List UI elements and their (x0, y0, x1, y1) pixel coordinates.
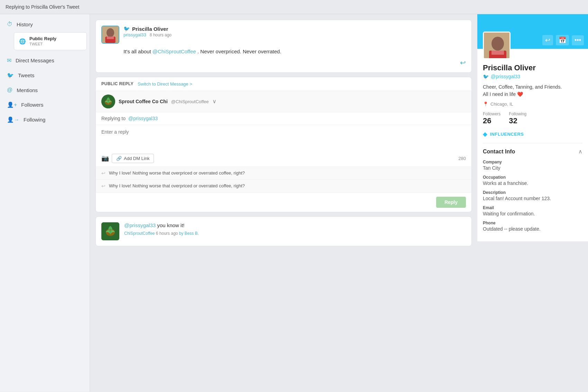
sidebar-direct-messages-label: Direct Messages (16, 57, 54, 63)
reply-action-button[interactable]: ↩ (542, 35, 553, 45)
sprout-avatar-second (101, 222, 119, 240)
calendar-action-button[interactable]: 📅 (556, 35, 569, 45)
reply-btn-row: Reply (96, 192, 471, 212)
influencers-badge: ◆ INFLUENCERS (483, 131, 582, 137)
suggestion-arrow-2: ↩ (101, 183, 105, 189)
reply-card: PUBLIC REPLY Switch to Direct Message > … (95, 77, 472, 212)
svg-rect-11 (491, 51, 504, 55)
more-action-button[interactable]: ••• (572, 35, 584, 45)
reply-account-info: Sprout Coffee Co Chi @ChiSproutCoffee (119, 99, 209, 104)
profile-avatar-wrap (483, 32, 511, 59)
second-tweet-handle[interactable]: ChiSproutCoffee (124, 231, 155, 236)
suggestion-text-2: Why I love! Nothing worse that overprice… (109, 183, 245, 188)
second-tweet-meta: ChiSproutCoffee 6 hours ago by Bess B. (124, 231, 466, 236)
svg-point-1 (107, 28, 114, 37)
sidebar-mentions-label: Mentions (17, 87, 38, 93)
description-value: Local fan! Account number 123. (483, 196, 582, 201)
chevron-down-icon[interactable]: ∨ (212, 98, 217, 105)
second-tweet-body: @prissygal33 you know it! (124, 222, 466, 228)
sidebar-item-history[interactable]: ⏱ History (0, 17, 90, 32)
reply-account-handle: @ChiSproutCoffee (171, 99, 209, 104)
reply-button[interactable]: Reply (436, 197, 466, 208)
right-panel: ↩ 📅 ••• Priscilla Oliver 🐦 @prissygal33 … (477, 14, 588, 392)
reply-account-row[interactable]: Sprout Coffee Co Chi @ChiSproutCoffee ∨ (96, 91, 471, 112)
profile-body: Priscilla Oliver 🐦 @prissygal33 Cheer, C… (477, 49, 588, 241)
sidebar-item-tweets[interactable]: 🐦 Tweets (0, 68, 90, 83)
sidebar-following-label: Following (24, 117, 45, 123)
profile-bio: Cheer, Coffee, Tanning, and Friends. All… (483, 83, 582, 98)
contact-phone-field: Phone Outdated -- please update. (483, 221, 582, 232)
company-value: Tan City (483, 165, 582, 171)
tweet-avatar (101, 26, 119, 44)
link-icon: 🔗 (116, 156, 122, 161)
main-content: 🐦 Priscilla Oliver prissygal33 8 hours a… (90, 14, 477, 392)
reply-label: PUBLIC REPLY (101, 81, 134, 86)
contact-chevron-icon[interactable]: ∧ (578, 148, 582, 155)
tweet-icon: 🐦 (7, 72, 14, 79)
sidebar-item-followers[interactable]: 👤+ Followers (0, 97, 90, 112)
second-tweet-time: 6 hours ago (156, 231, 178, 236)
reply-actions: 📷 🔗 Add DM Link 280 (96, 151, 471, 167)
followers-stat: Followers 26 (483, 112, 500, 125)
at-icon: @ (7, 87, 12, 93)
second-tweet-mention[interactable]: @prissygal33 (124, 222, 156, 228)
reply-to-line: Replying to @prissygal33 (96, 112, 471, 125)
profile-handle-row: 🐦 @prissygal33 (483, 74, 582, 79)
second-tweet-avatar (101, 222, 119, 240)
char-count: 280 (458, 156, 466, 161)
tweet-mention[interactable]: @ChiSproutCoffee (153, 48, 196, 54)
occupation-label: Occupation (483, 175, 582, 180)
sidebar: ⏱ History 🌐 Public Reply TWEET ✉ Direct … (0, 14, 90, 392)
location-icon: 📍 (483, 101, 488, 107)
profile-actions: ↩ 📅 ••• (542, 35, 584, 45)
envelope-icon: ✉ (7, 57, 11, 64)
reply-textarea-area (96, 125, 471, 151)
sidebar-tweets-label: Tweets (18, 72, 35, 78)
profile-location: 📍 Chicago, IL (483, 101, 582, 107)
add-dm-link-button[interactable]: 🔗 Add DM Link (112, 154, 154, 163)
top-bar: Replying to Priscilla Oliver's Tweet (0, 0, 588, 14)
contact-header: Contact Info ∧ (483, 148, 582, 155)
tweet-time: 8 hours ago (150, 33, 172, 37)
occupation-value: Works at a franchise. (483, 180, 582, 186)
switch-to-dm-link[interactable]: Switch to Direct Message > (138, 81, 192, 87)
tweet-user-name: 🐦 Priscilla Oliver (123, 26, 466, 32)
contact-title: Contact Info (483, 149, 515, 155)
tweet-handle[interactable]: prissygal33 (123, 32, 146, 37)
description-label: Description (483, 190, 582, 195)
globe-icon: 🌐 (19, 38, 26, 45)
company-label: Company (483, 160, 582, 164)
tweet-avatar-placeholder (102, 26, 119, 43)
second-tweet-content: @prissygal33 you know it! ChiSproutCoffe… (124, 222, 466, 240)
tweet-handle-time: prissygal33 8 hours ago (123, 32, 466, 37)
sprout-avatar-svg (101, 95, 115, 108)
tweet-header: 🐦 Priscilla Oliver prissygal33 8 hours a… (101, 26, 466, 44)
sidebar-history-tweet-item[interactable]: 🌐 Public Reply TWEET (14, 32, 87, 50)
history-item-label: Public Reply TWEET (29, 36, 56, 46)
sidebar-item-mentions[interactable]: @ Mentions (0, 83, 90, 97)
second-tweet-by: by Bess B. (179, 231, 199, 236)
profile-avatar (483, 32, 511, 59)
profile-stats: Followers 26 Following 32 (483, 112, 582, 125)
tweet-reply-arrow[interactable]: ↩ (101, 59, 466, 67)
phone-value: Outdated -- please update. (483, 226, 582, 232)
reply-textarea[interactable] (101, 129, 466, 150)
suggestion-row-2[interactable]: ↩ Why I love! Nothing worse that overpri… (96, 179, 471, 192)
profile-avatar-placeholder (484, 33, 509, 58)
camera-icon[interactable]: 📷 (101, 154, 109, 162)
contact-occupation-field: Occupation Works at a franchise. (483, 175, 582, 186)
sidebar-item-direct-messages[interactable]: ✉ Direct Messages (0, 53, 90, 68)
profile-handle[interactable]: @prissygal33 (491, 74, 520, 79)
suggestion-text-1: Why I love! Nothing worse that overprice… (109, 170, 245, 176)
clock-icon: ⏱ (7, 21, 12, 27)
svg-rect-3 (107, 37, 114, 39)
sidebar-item-following[interactable]: 👤→ Following (0, 112, 90, 127)
phone-label: Phone (483, 221, 582, 225)
suggestion-row-1[interactable]: ↩ Why I love! Nothing worse that overpri… (96, 167, 471, 179)
original-tweet-card: 🐦 Priscilla Oliver prissygal33 8 hours a… (95, 20, 472, 73)
reply-mention[interactable]: @prissygal33 (128, 116, 158, 121)
profile-name: Priscilla Oliver (483, 63, 582, 72)
contact-description-field: Description Local fan! Account number 12… (483, 190, 582, 201)
profile-avatar-image (484, 33, 511, 59)
followers-icon: 👤+ (7, 101, 17, 108)
